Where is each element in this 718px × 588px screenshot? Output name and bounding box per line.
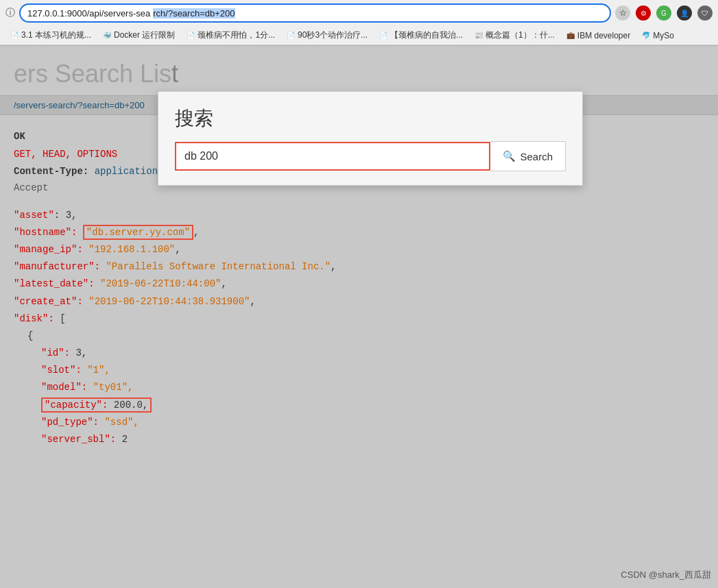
bookmark-label-5: 概念篇（1）：什... <box>486 29 555 41</box>
bookmark-icon-6: 💼 <box>566 31 575 40</box>
browser-chrome: ⓘ 127.0.0.1:9000/api/servers-search/?sea… <box>0 0 718 46</box>
search-popup: 搜索 🔍 Search <box>158 91 583 186</box>
watermark: CSDN @shark_西瓜甜 <box>621 569 711 581</box>
content-type-key: Content-Type: <box>14 166 88 177</box>
bookmark-label-3: 90秒3个动作治疗... <box>298 29 368 41</box>
json-val-server-sbl: 2 <box>122 434 128 445</box>
info-icon[interactable]: ⓘ <box>5 7 15 19</box>
json-val-manufacturer: "Parallels Software International Inc." <box>106 261 331 272</box>
bookmark-item[interactable]: 💼 IBM developer <box>562 29 634 42</box>
json-val-model: "ty01", <box>93 382 134 393</box>
json-key-slot: "slot": <box>41 365 82 376</box>
search-button-label: Search <box>520 151 553 162</box>
json-val-hostname: "db.server.yy.com" <box>86 227 190 238</box>
bookmark-icon-5: 📰 <box>474 31 483 40</box>
bookmark-item[interactable]: 🐬 MySo <box>637 29 678 42</box>
bookmark-label-0: 3.1 本练习机的规... <box>21 29 91 41</box>
json-line-create-at: "create_at": "2019-06-22T10:44:38.931900… <box>14 293 704 310</box>
bookmark-item[interactable]: 🐳 Docker 运行限制 <box>98 28 179 42</box>
json-val-asset: 3, <box>66 210 77 221</box>
address-url-base: 127.0.0.1:9000/api/servers-sea <box>27 8 150 19</box>
json-key-id: "id": <box>41 347 70 358</box>
json-val-create-at: "2019-06-22T10:44:38.931900" <box>88 296 250 307</box>
json-key-model: "model": <box>41 382 87 393</box>
bookmark-icon-2: 📄 <box>186 31 195 40</box>
json-line-slot: "slot": "1", <box>41 362 704 379</box>
json-key-disk: "disk": <box>14 313 54 324</box>
bookmark-icon-0: 📄 <box>10 31 19 40</box>
json-line-id: "id": 3, <box>41 345 704 362</box>
page-content: 搜索 🔍 Search ers Search List /servers-sea… <box>0 46 718 462</box>
hostname-highlight: "db.server.yy.com" <box>83 225 193 240</box>
json-key-server-sbl: "server_sbl": <box>41 434 116 445</box>
bookmark-item[interactable]: 📄 3.1 本练习机的规... <box>5 28 95 42</box>
json-line-manufacturer: "manufacturer": "Parallels Software Inte… <box>14 258 704 275</box>
json-val-capacity: 200.0, <box>114 400 148 411</box>
bookmark-icon-7: 🐬 <box>641 31 651 40</box>
bookmark-item[interactable]: 📄 颈椎病不用怕，1分... <box>182 28 279 42</box>
json-line-asset: "asset": 3, <box>14 207 704 224</box>
bookmark-label-4: 【颈椎病的自我治... <box>390 29 463 41</box>
json-val-manage-ip: "192.168.1.100" <box>88 244 175 255</box>
search-input[interactable] <box>176 143 489 169</box>
address-bar[interactable]: 127.0.0.1:9000/api/servers-search/?searc… <box>19 3 611 23</box>
bookmark-label-6: IBM developer <box>577 31 630 40</box>
json-line-disk: "disk": [ <box>14 310 704 328</box>
star-icon[interactable]: ☆ <box>615 5 630 21</box>
json-key-latest-date: "latest_date": <box>14 278 95 289</box>
capacity-highlight: "capacity": 200.0, <box>41 397 152 413</box>
json-val-latest-date: "2019-06-22T10:44:00" <box>100 278 221 289</box>
browser-toolbar: ⓘ 127.0.0.1:9000/api/servers-search/?sea… <box>0 0 718 26</box>
address-url-highlight: rch/?search=db+200 <box>153 8 235 19</box>
json-line-hostname: "hostname": "db.server.yy.com", <box>14 224 704 241</box>
ext-icon-1[interactable]: ⚙ <box>636 5 651 21</box>
bookmark-label-2: 颈椎病不用怕，1分... <box>198 29 275 41</box>
page-header-area: ers Search List <box>0 46 718 95</box>
bookmark-item[interactable]: 📄 90秒3个动作治疗... <box>282 28 372 42</box>
json-val-pd-type: "ssd", <box>104 417 139 428</box>
search-popup-title: 搜索 <box>175 106 566 132</box>
json-line-manage-ip: "manage_ip": "192.168.1.100", <box>14 241 704 258</box>
json-line-brace: { <box>27 328 704 345</box>
json-line-latest-date: "latest_date": "2019-06-22T10:44:00", <box>14 275 704 293</box>
browser-actions: ☆ ⚙ G 👤 🛡 <box>615 5 713 21</box>
bookmark-label-7: MySo <box>653 31 674 40</box>
search-input-wrapper <box>175 142 490 171</box>
page-title: ers Search List <box>14 60 704 88</box>
json-line-capacity: "capacity": 200.0, <box>41 397 704 414</box>
breadcrumb-link[interactable]: /servers-search/?search=db+200 <box>14 100 145 110</box>
ext-icon-3[interactable]: 👤 <box>677 5 692 21</box>
json-key-pd-type: "pd_type": <box>41 417 99 428</box>
json-key-hostname: "hostname": <box>14 227 77 238</box>
json-line-server-sbl: "server_sbl": 2 <box>41 431 704 448</box>
ext-icon-4[interactable]: 🛡 <box>697 5 713 21</box>
search-form: 🔍 Search <box>175 141 566 171</box>
json-line-pd-type: "pd_type": "ssd", <box>41 414 704 431</box>
bookmark-icon-1: 🐳 <box>102 31 112 40</box>
json-key-manage-ip: "manage_ip": <box>14 244 83 255</box>
json-block: "asset": 3, "hostname": "db.server.yy.co… <box>14 207 704 449</box>
json-line-model: "model": "ty01", <box>41 379 704 396</box>
bookmark-label-1: Docker 运行限制 <box>114 29 175 41</box>
json-key-manufacturer: "manufacturer": <box>14 261 100 272</box>
ext-icon-2[interactable]: G <box>656 5 671 21</box>
json-val-id: 3, <box>75 347 87 358</box>
json-val-slot: "1", <box>87 365 110 376</box>
bookmarks-bar: 📄 3.1 本练习机的规... 🐳 Docker 运行限制 📄 颈椎病不用怕，1… <box>0 26 718 45</box>
bookmark-item[interactable]: 📰 概念篇（1）：什... <box>470 28 559 42</box>
json-key-create-at: "create_at": <box>14 296 83 307</box>
search-button[interactable]: 🔍 Search <box>490 141 566 171</box>
json-key-capacity: "capacity": <box>45 400 108 411</box>
bookmark-item[interactable]: 📄 【颈椎病的自我治... <box>374 28 467 42</box>
search-icon: 🔍 <box>503 150 516 162</box>
json-key-asset: "asset" <box>14 210 54 221</box>
bookmark-icon-3: 📄 <box>286 31 296 40</box>
bookmark-icon-4: 📄 <box>379 31 388 40</box>
